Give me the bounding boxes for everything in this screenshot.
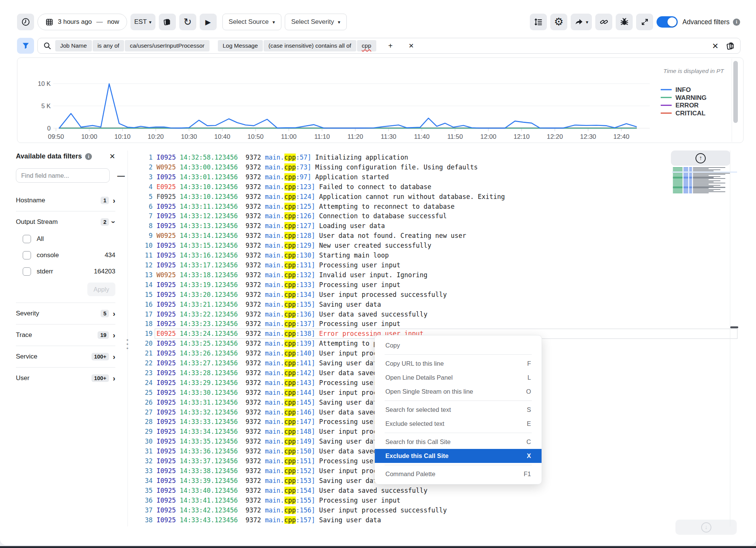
copy-link-button[interactable] <box>595 14 612 30</box>
duplicate-filter-icon[interactable] <box>726 42 735 50</box>
log-row-7[interactable]: 7 I0925 14:33:12.123456 9372 main.cpp:12… <box>145 211 737 221</box>
sidebar-section-hostname[interactable]: Hostname1› <box>16 192 115 209</box>
log-row-5[interactable]: 5 F0925 14:33:10.123456 9372 main.cpp:12… <box>145 192 737 202</box>
advanced-filters-toggle[interactable] <box>657 16 678 28</box>
time-range-picker[interactable]: 3 hours ago — now <box>37 14 127 30</box>
sidebar-section-severity[interactable]: Severity5› <box>16 305 115 322</box>
menu-item-exclude-this-call-site[interactable]: Exclude this Call SiteX <box>375 449 542 463</box>
log-row-36[interactable]: 36 I0925 14:33:41.123456 9372 main.cpp:1… <box>145 496 737 506</box>
log-call-site: :124] <box>296 193 315 200</box>
chevron-right-icon[interactable]: › <box>113 310 115 317</box>
timezone-select[interactable]: EST ▾ <box>130 14 155 30</box>
sidebar-section-service[interactable]: Service100+› <box>16 348 115 365</box>
log-row-1[interactable]: 1 I0925 14:32:58.123456 9372 main.cpp:57… <box>145 153 737 163</box>
add-filter-button[interactable]: + <box>385 42 397 50</box>
menu-item-command-palette[interactable]: Command PaletteF1 <box>375 467 542 481</box>
share-button[interactable]: ▾ <box>571 14 592 30</box>
chevron-right-icon[interactable]: › <box>113 374 115 382</box>
scrollbar-track[interactable] <box>730 151 730 526</box>
refresh-button[interactable]: ↻ <box>179 14 196 30</box>
log-row-38[interactable]: 38 I0925 14:33:43.123456 9372 main.cpp:1… <box>145 515 737 525</box>
log-row-8[interactable]: 8 I0925 14:33:13.123456 9372 main.cpp:12… <box>145 221 737 231</box>
scroll-to-top-button[interactable]: ↑ <box>671 151 730 166</box>
info-icon[interactable]: i <box>733 19 740 26</box>
clear-filters-icon[interactable]: ✕ <box>712 42 719 50</box>
log-highlighted-term: cpp <box>284 301 296 308</box>
sidebar-section-output-stream[interactable]: Output Stream2› <box>16 213 115 231</box>
menu-item-copy-url-to-this-line[interactable]: Copy URL to this lineF <box>375 357 542 371</box>
checkbox-icon[interactable] <box>23 235 31 243</box>
log-row-3[interactable]: 3 I0925 14:33:01.123456 9372 main.cpp:97… <box>145 172 737 182</box>
filter-chip-value[interactable]: cpp <box>357 40 376 51</box>
filter-option-console[interactable]: console434 <box>16 247 115 263</box>
log-row-6[interactable]: 6 I0925 14:33:11.123456 9372 main.cpp:12… <box>145 202 737 212</box>
pane-drag-handle[interactable]: ••• <box>125 338 130 350</box>
close-icon[interactable]: ✕ <box>109 152 115 161</box>
log-minimap[interactable] <box>673 167 739 193</box>
filter-chip-operator[interactable]: is any of <box>93 40 124 51</box>
sidebar-section-user[interactable]: User100+› <box>16 369 115 387</box>
menu-item-search-for-this-call-site[interactable]: Search for this Call SiteC <box>375 435 542 449</box>
filter-toggle-button[interactable] <box>17 38 34 54</box>
settings-button[interactable]: ⚙ <box>550 14 567 30</box>
chevron-right-icon[interactable]: › <box>113 331 115 339</box>
filter-chip-field[interactable]: Log Message <box>218 40 263 51</box>
log-file: main. <box>265 310 284 318</box>
log-row-16[interactable]: 16 I0925 14:33:21.123456 9372 main.cpp:1… <box>145 300 737 310</box>
log-row-37[interactable]: 37 I0925 14:33:42.123456 9372 main.cpp:1… <box>145 506 737 515</box>
log-row-9[interactable]: 9 W0925 14:33:14.123456 9372 main.cpp:12… <box>145 231 737 241</box>
play-button[interactable]: ▶ <box>200 14 217 30</box>
log-row-13[interactable]: 13 W0925 14:33:18.123456 9372 main.cpp:1… <box>145 270 737 280</box>
chart-scrollbar-thumb[interactable] <box>733 61 738 123</box>
log-row-4[interactable]: 4 E0925 14:33:10.123456 9372 main.cpp:12… <box>145 182 737 192</box>
filter-option-stderr[interactable]: stderr164203 <box>16 263 115 279</box>
log-line-number: 23 <box>145 368 152 378</box>
fullscreen-button[interactable] <box>636 14 653 30</box>
log-call-site: :157] <box>296 516 315 524</box>
checkbox-icon[interactable] <box>23 251 31 259</box>
filter-option-all[interactable]: All <box>16 231 115 247</box>
clock-button[interactable] <box>17 14 34 30</box>
scrollbar-position-indicator[interactable] <box>730 326 738 328</box>
remove-filter-button[interactable]: ✕ <box>405 42 418 50</box>
apply-button[interactable]: Apply <box>87 283 115 296</box>
copy-view-button[interactable] <box>159 14 176 30</box>
menu-item-copy[interactable]: Copy <box>375 338 542 352</box>
checkbox-icon[interactable] <box>23 267 31 276</box>
log-row-11[interactable]: 11 I0925 14:33:16.123456 9372 main.cpp:1… <box>145 251 737 261</box>
time-range-end[interactable]: now <box>107 18 119 26</box>
menu-item-search-for-selected-text[interactable]: Search for selected textS <box>375 403 542 417</box>
log-highlighted-term: cpp <box>284 261 296 269</box>
debug-button[interactable] <box>616 14 633 30</box>
field-search-input[interactable] <box>16 168 110 183</box>
window-bottom-edge <box>0 546 756 548</box>
scroll-to-bottom-button[interactable]: ↓ <box>675 520 737 535</box>
log-row-17[interactable]: 17 I0925 14:33:22.123456 9372 main.cpp:1… <box>145 310 737 320</box>
filter-chip-field[interactable]: Job Name <box>55 40 92 51</box>
log-row-2[interactable]: 2 W0925 14:33:00.123456 9372 main.cpp:73… <box>145 163 737 172</box>
filter-query-box[interactable]: Job Nameis any ofca/users/userInputProce… <box>37 38 740 54</box>
sidebar-title: Available data filters <box>16 152 82 160</box>
info-icon[interactable]: i <box>85 153 92 160</box>
sidebar-section-trace[interactable]: Trace19› <box>16 326 115 344</box>
log-row-10[interactable]: 10 I0925 14:33:15.123456 9372 main.cpp:1… <box>145 241 737 251</box>
select-source-dropdown[interactable]: Select Source ▾ <box>222 14 281 30</box>
menu-item-open-single-stream-on-this-line[interactable]: Open Single Stream on this lineO <box>375 385 542 399</box>
log-row-35[interactable]: 35 I0925 14:33:40.123456 9372 main.cpp:1… <box>145 486 737 496</box>
filter-chip-operator[interactable]: (case insensitive) contains all of <box>264 40 356 51</box>
log-row-12[interactable]: 12 I0925 14:33:17.123456 9372 main.cpp:1… <box>145 261 737 270</box>
select-severity-dropdown[interactable]: Select Severity ▾ <box>285 14 347 30</box>
menu-item-exclude-selected-text[interactable]: Exclude selected textE <box>375 417 542 431</box>
filter-chip-value[interactable]: ca/users/userInputProcessor <box>125 40 209 51</box>
collapse-all-icon[interactable]: — <box>117 171 125 180</box>
log-pid: 9372 <box>245 447 261 455</box>
menu-item-open-line-details-panel[interactable]: Open Line Details PanelL <box>375 371 542 385</box>
line-density-button[interactable] <box>530 14 547 30</box>
chevron-right-icon[interactable]: › <box>113 353 115 360</box>
log-row-18[interactable]: 18 I0925 14:33:23.123456 9372 main.cpp:1… <box>145 319 737 329</box>
chevron-down-icon[interactable]: › <box>110 221 118 224</box>
log-row-14[interactable]: 14 I0925 14:33:19.123456 9372 main.cpp:1… <box>145 280 737 290</box>
time-range-start[interactable]: 3 hours ago <box>58 18 92 26</box>
chevron-right-icon[interactable]: › <box>113 197 115 204</box>
log-row-15[interactable]: 15 I0925 14:33:20.123456 9372 main.cpp:1… <box>145 290 737 300</box>
